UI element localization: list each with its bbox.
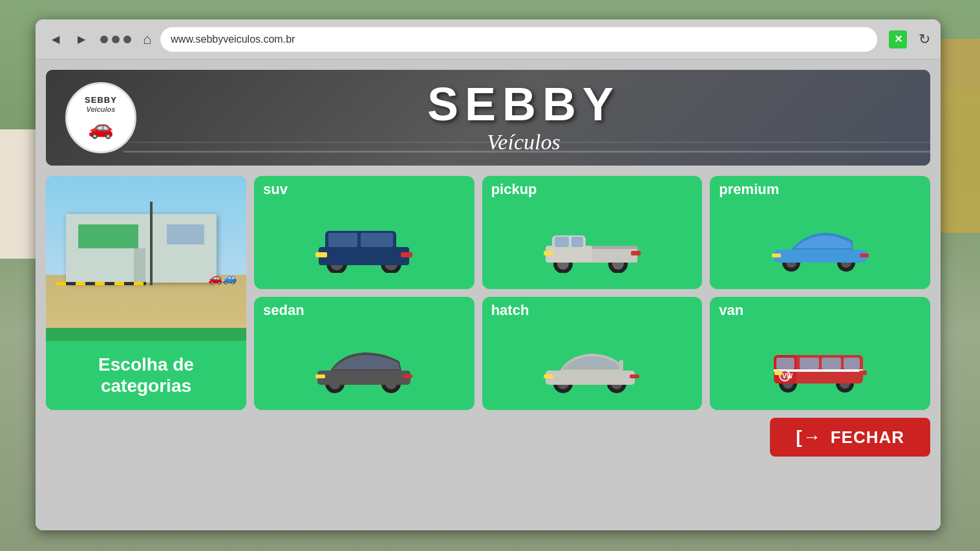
svg-rect-7 [361, 233, 393, 247]
header-title-main: SEBBY [427, 81, 620, 127]
category-card-van[interactable]: van [710, 297, 930, 410]
home-button[interactable]: ⌂ [143, 31, 151, 48]
svg-rect-41 [619, 360, 623, 371]
premium-label: premium [710, 176, 930, 198]
premium-car-icon [769, 215, 872, 273]
pickup-label: pickup [482, 176, 703, 198]
svg-rect-35 [403, 374, 412, 378]
browser-content: SEBBY Veículos 🚗 SEBBY Veículos [36, 59, 941, 530]
browser-toolbar: ◀ ▶ ⌂ www.sebbyveiculos.com.br ✕ ↻ [36, 19, 941, 59]
stop-button[interactable]: ✕ [889, 30, 907, 49]
category-featured[interactable]: 🚗🚙 Escolha de categorias [46, 176, 246, 410]
premium-image [710, 198, 930, 289]
svg-rect-40 [546, 371, 635, 385]
svg-rect-8 [315, 252, 327, 257]
browser-window: ◀ ▶ ⌂ www.sebbyveiculos.com.br ✕ ↻ [36, 19, 941, 530]
svg-rect-33 [317, 371, 410, 385]
svg-rect-18 [555, 237, 569, 247]
svg-rect-27 [772, 254, 781, 257]
svg-rect-42 [544, 374, 553, 378]
svg-rect-57 [774, 371, 782, 375]
svg-rect-9 [401, 252, 412, 257]
category-card-premium[interactable]: premium [710, 176, 930, 289]
hatch-car-icon [540, 336, 644, 394]
header-title-area: SEBBY Veículos [136, 81, 911, 155]
svg-rect-53 [844, 358, 860, 369]
menu-dots [100, 36, 131, 43]
hatch-label: hatch [482, 297, 703, 319]
dot-2 [112, 36, 120, 43]
svg-rect-21 [631, 251, 641, 255]
svg-rect-50 [776, 358, 794, 369]
van-label: van [710, 297, 930, 319]
svg-rect-52 [822, 358, 841, 369]
sedan-car-icon [312, 336, 416, 394]
building-scene: 🚗🚙 [46, 176, 246, 328]
address-bar[interactable]: www.sebbyveiculos.com.br [160, 27, 877, 52]
svg-rect-43 [630, 374, 639, 378]
svg-text:VW: VW [782, 373, 793, 380]
featured-image: 🚗🚙 [46, 176, 246, 328]
category-card-sedan[interactable]: sedan [254, 297, 474, 410]
category-card-suv[interactable]: suv [254, 176, 474, 289]
svg-rect-19 [571, 237, 583, 247]
url-text: www.sebbyveiculos.com.br [171, 34, 867, 45]
suv-label: suv [254, 176, 474, 198]
svg-rect-26 [774, 250, 867, 263]
sedan-label: sedan [254, 297, 474, 319]
category-card-pickup[interactable]: pickup [482, 176, 703, 289]
svg-rect-15 [589, 246, 637, 249]
svg-rect-34 [315, 374, 325, 378]
pickup-car-icon [540, 215, 644, 273]
van-image: VW [710, 319, 930, 410]
categories-grid: 🚗🚙 Escolha de categorias suv [46, 176, 930, 410]
svg-rect-28 [860, 254, 869, 257]
fechar-icon: [→ [796, 427, 821, 448]
logo-badge: SEBBY Veículos 🚗 [65, 82, 136, 153]
bottom-bar: [→ FECHAR [46, 418, 930, 457]
category-card-hatch[interactable]: hatch [482, 297, 703, 410]
dot-1 [100, 36, 108, 43]
refresh-button[interactable]: ↻ [919, 31, 930, 48]
header-banner: SEBBY Veículos 🚗 SEBBY Veículos [46, 70, 930, 166]
fechar-label: FECHAR [831, 427, 904, 448]
svg-rect-20 [544, 251, 553, 255]
suv-car-icon [312, 215, 416, 273]
dot-3 [123, 36, 131, 43]
featured-label-text: Escolha de categorias [59, 354, 233, 397]
van-car-icon: VW [769, 336, 872, 394]
svg-rect-6 [328, 233, 357, 247]
back-button[interactable]: ◀ [46, 30, 65, 49]
sedan-image [254, 319, 474, 410]
featured-label: Escolha de categorias [46, 341, 246, 410]
side-truck [0, 129, 36, 259]
forward-button[interactable]: ▶ [72, 30, 91, 49]
svg-rect-51 [800, 358, 819, 369]
svg-rect-58 [859, 371, 867, 375]
fechar-button[interactable]: [→ FECHAR [770, 418, 930, 457]
header-title-sub: Veículos [487, 130, 560, 155]
suv-image [254, 198, 474, 289]
logo-badge-text: SEBBY Veículos 🚗 [85, 95, 117, 140]
pickup-image [482, 198, 703, 289]
hatch-image [482, 319, 703, 410]
